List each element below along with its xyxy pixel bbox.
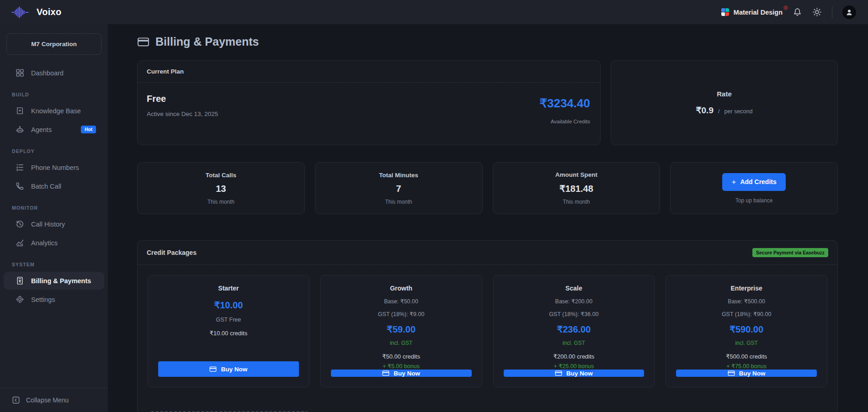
buy-now-button[interactable]: Buy Now [158,361,299,377]
rate-divider: / [718,108,720,115]
packages-grid: Starter ₹10.00 GST Free ₹10.00 credits B… [148,275,827,387]
add-credits-button[interactable]: + Add Credits [722,173,785,191]
buy-now-button[interactable]: Buy Now [504,370,644,377]
total-calls-card: Total Calls 13 This month [137,162,305,214]
current-plan-card: Current Plan Free Active since Dec 13, 2… [137,60,601,145]
robot-agents-icon [16,125,24,134]
main-content: Billing & Payments Current Plan Free Act… [108,24,868,412]
package-credits: ₹200.00 credits [553,353,594,360]
sidebar-item-phone-numbers[interactable]: Phone Numbers [4,158,104,176]
buy-now-label: Buy Now [566,370,593,377]
settings-gear-icon [16,295,24,304]
stat-title: Amount Spent [555,171,597,178]
package-name: Starter [218,285,239,292]
rate-card: Rate ₹0.9 / per second [611,60,838,145]
stats-row: Total Calls 13 This month Total Minutes … [137,162,838,214]
rate-title: Rate [717,90,732,98]
stat-caption: This month [563,199,590,205]
credit-card-icon [137,36,149,48]
analytics-chart-icon [16,238,24,247]
buy-now-button[interactable]: Buy Now [676,370,817,377]
current-plan-header: Current Plan [138,61,600,83]
stat-caption: This month [385,199,412,205]
package-name: Scale [565,285,582,292]
package-credits: ₹500.00 credits [726,353,767,360]
buy-now-button[interactable]: Buy Now [331,370,472,377]
sidebar-item-call-history[interactable]: Call History [4,215,104,233]
sidebar-heading-monitor: MONITOR [0,196,108,214]
available-credits-label: Available Credits [539,119,590,124]
credit-packages-header: Credit Packages Secure Payment via Easeb… [138,241,837,265]
sidebar-item-batch-call[interactable]: Batch Call [4,177,104,195]
phone-call-icon [16,182,24,190]
rate-value: ₹0.9 [696,105,714,116]
credit-card-icon [209,365,217,373]
voixo-waveform-logo-icon [11,6,29,18]
sidebar-item-agents[interactable]: Agents Hot [4,121,104,138]
knowledge-base-icon [16,106,24,115]
stat-caption: This month [208,199,234,205]
credit-card-icon [728,370,735,377]
collapse-menu-label: Collapse Menu [26,396,69,404]
theme-selector[interactable]: Material Design [721,8,783,16]
notifications-bell-icon[interactable] [793,7,802,17]
sidebar-heading-deploy: DEPLOY [0,139,108,158]
sidebar-item-label: Agents [31,126,52,133]
plan-info: Free Active since Dec 13, 2025 [147,94,218,136]
sidebar-item-label: Batch Call [31,183,61,190]
package-price: ₹236.00 [557,324,591,335]
topbar-divider [832,6,832,18]
package-gst-note: GST Free [216,317,241,323]
sidebar-item-dashboard[interactable]: Dashboard [4,64,104,82]
credit-packages-body: Starter ₹10.00 GST Free ₹10.00 credits B… [138,265,837,412]
sidebar-item-label: Dashboard [31,69,64,77]
package-name: Growth [390,285,412,292]
stat-title: Total Minutes [379,172,418,179]
theme-toggle-sun-icon[interactable] [812,7,822,17]
credit-packages-title: Credit Packages [147,249,197,256]
plan-rate-row: Current Plan Free Active since Dec 13, 2… [137,60,838,145]
package-name: Enterprise [731,285,762,292]
sidebar-item-label: Knowledge Base [31,107,81,115]
plan-active-since: Active since Dec 13, 2025 [147,111,218,117]
page-title-text: Billing & Payments [155,35,259,48]
buy-now-label: Buy Now [221,366,247,373]
package-price: ₹59.00 [387,324,415,335]
package-base: Base: ₹500.00 [728,298,765,305]
sidebar-item-settings[interactable]: Settings [4,291,104,308]
package-base: Base: ₹200.00 [555,298,593,305]
amount-spent-card: Amount Spent ₹181.48 This month [493,162,660,214]
package-incl-gst: incl. GST [390,340,412,346]
sidebar-item-label: Settings [31,296,55,303]
package-bonus: + ₹25.00 bonus [554,363,594,370]
dashboard-icon [16,69,24,77]
total-minutes-card: Total Minutes 7 This month [315,162,483,214]
add-credits-caption: Top up balance [735,197,772,204]
stat-value: 7 [396,184,401,194]
rate-line: ₹0.9 / per second [696,105,752,116]
topbar-actions: Material Design [721,5,856,19]
sidebar-item-knowledge-base[interactable]: Knowledge Base [4,102,104,120]
hot-badge: Hot [81,126,96,133]
collapse-chevron-icon [12,396,20,404]
package-credits: ₹50.00 credits [382,353,420,360]
credit-card-icon [382,370,389,377]
user-avatar[interactable] [842,5,856,19]
package-scale: Scale Base: ₹200.00 GST (18%): ₹36.00 ₹2… [493,275,655,387]
sidebar-item-label: Analytics [31,239,58,247]
billing-receipt-icon: ₹ [16,276,24,285]
collapse-menu-button[interactable]: Collapse Menu [0,388,108,412]
stat-value: ₹181.48 [559,183,593,194]
sidebar-item-analytics[interactable]: Analytics [4,234,104,252]
package-incl-gst: incl. GST [735,340,757,346]
add-credits-card: + Add Credits Top up balance [670,162,838,214]
numbered-list-icon [16,163,24,172]
sidebar-nav: Dashboard BUILD Knowledge Base [0,59,108,388]
org-selector[interactable]: M7 Corporation [6,33,101,55]
theme-name: Material Design [734,9,783,16]
sidebar-item-billing-payments[interactable]: ₹ Billing & Payments [4,272,104,290]
sidebar-heading-system: SYSTEM [0,253,108,271]
credit-packages-card: Credit Packages Secure Payment via Easeb… [137,240,838,412]
plus-icon: + [731,178,736,186]
package-enterprise: Enterprise Base: ₹500.00 GST (18%): ₹90.… [666,275,827,387]
